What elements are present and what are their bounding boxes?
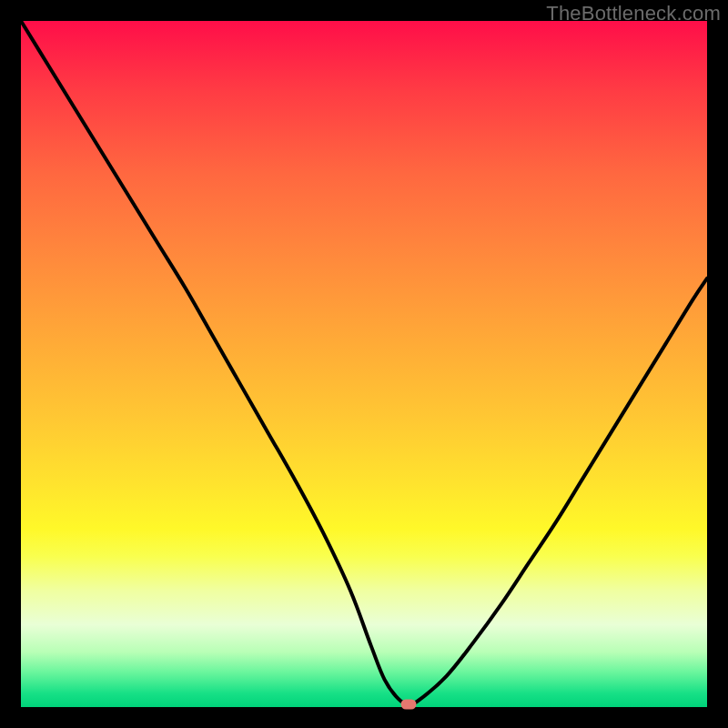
bottleneck-curve [21, 21, 707, 707]
watermark-text: TheBottleneck.com [546, 2, 721, 25]
chart-frame: TheBottleneck.com [0, 0, 728, 728]
plot-area [21, 21, 707, 707]
optimum-marker [401, 699, 417, 709]
